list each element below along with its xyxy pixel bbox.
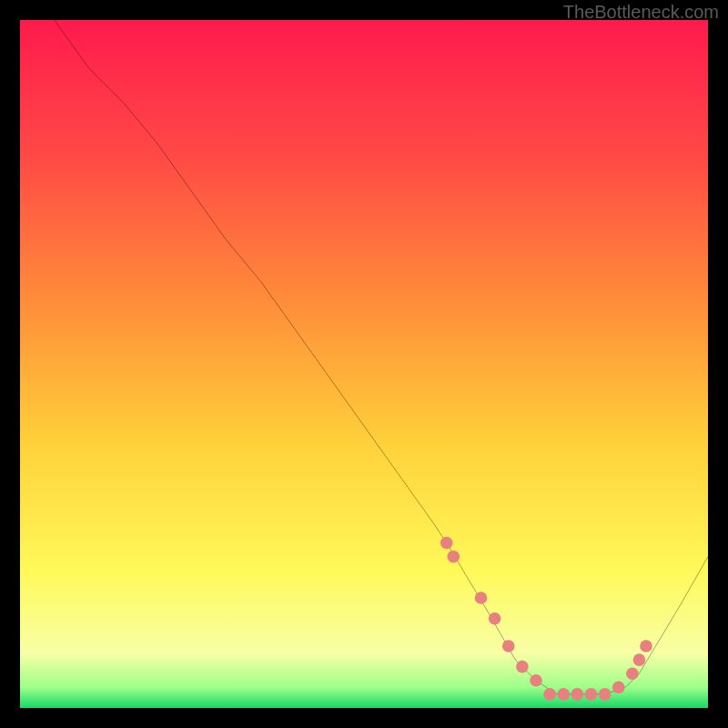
plot-area (20, 20, 708, 708)
highlight-dot (440, 537, 453, 550)
highlight-dot (599, 688, 612, 701)
highlight-dot (626, 667, 639, 680)
highlight-dot (489, 612, 501, 625)
gradient-bg (20, 20, 708, 708)
highlight-dot (502, 640, 515, 652)
highlight-dot (447, 551, 460, 563)
highlight-dot (633, 653, 646, 666)
highlight-dot (571, 688, 584, 701)
highlight-dot (530, 674, 542, 687)
highlight-dot (640, 640, 652, 652)
highlight-dot (475, 592, 488, 604)
highlight-dot (612, 682, 625, 694)
highlight-dot (585, 688, 598, 701)
chart-svg (20, 20, 708, 708)
chart-frame: TheBottleneck.com (0, 0, 728, 728)
highlight-dot (516, 661, 529, 673)
highlight-dot (557, 688, 570, 701)
highlight-dot (543, 688, 556, 701)
